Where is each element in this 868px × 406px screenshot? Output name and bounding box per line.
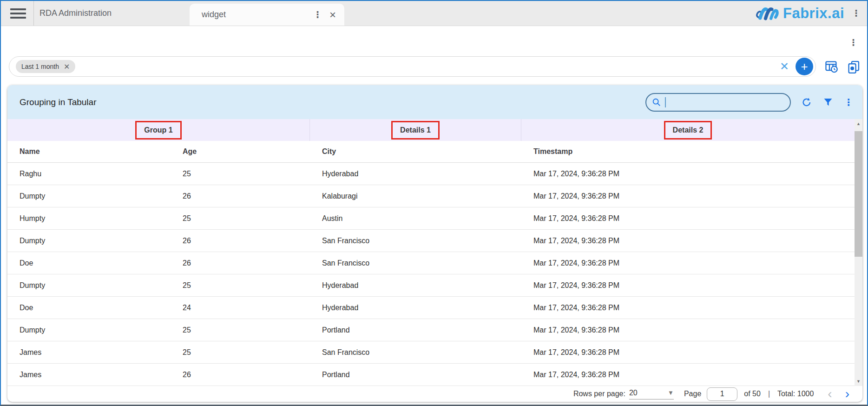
pagination-separator: | [768,390,770,398]
cell-age: 25 [171,348,310,357]
cell-timestamp: Mar 17, 2024, 9:36:28 PM [521,371,855,379]
previous-page-icon[interactable]: ‹ [826,387,834,400]
table-area: Group 1Details 1Details 2 NameAgeCityTim… [7,119,855,386]
text-cursor [665,97,666,107]
cell-age: 26 [171,371,310,379]
scroll-down-icon[interactable]: ▼ [855,379,862,384]
filter-chip-last-1-month[interactable]: Last 1 month ✕ [16,60,75,73]
cell-city: Hyderabad [310,304,521,312]
cell-age: 26 [171,192,310,200]
tab-label: widget [202,10,313,20]
cell-name: Humpty [7,214,171,223]
cell-city: San Francisco [310,237,521,245]
dropdown-arrow-icon: ▼ [668,389,674,396]
cell-city: San Francisco [310,348,521,357]
cell-city: Hyderabad [310,281,521,290]
chip-remove-icon[interactable]: ✕ [64,62,70,71]
tab-widget[interactable]: widget ⋮ × [190,4,344,26]
total-count-label: Total: 1000 [777,390,814,398]
save-view-icon[interactable] [847,60,861,73]
tab-rda-administration[interactable]: RDA Administration [33,1,190,26]
table-row: Doe24HyderabadMar 17, 2024, 9:36:28 PM [7,297,855,319]
table-body: Raghu25HyderabadMar 17, 2024, 9:36:28 PM… [7,163,855,386]
column-header-age[interactable]: Age [171,147,310,156]
tab-kebab-icon[interactable]: ⋮ [313,10,322,19]
app-window: RDA Administration widget ⋮ × Fabrix.ai … [0,0,868,406]
filter-row: Last 1 month ✕ ✕ + [9,56,861,77]
annotation-red-box: Details 2 [664,121,712,140]
cell-city: Portland [310,371,521,379]
cell-name: James [7,348,171,357]
column-header-city[interactable]: City [310,147,521,156]
filter-bar-side-icons [824,60,861,73]
column-header-name[interactable]: Name [7,147,171,156]
cell-city: Kalaburagi [310,192,521,200]
widget-search[interactable] [645,93,791,112]
cell-name: Dumpty [7,237,171,245]
cell-timestamp: Mar 17, 2024, 9:36:28 PM [521,237,855,245]
table-row: Dumpty25PortlandMar 17, 2024, 9:36:28 PM [7,319,855,341]
clear-filters-icon[interactable]: ✕ [780,61,789,72]
page-kebab-icon[interactable]: ⋮ [849,38,858,47]
group-header-row: Group 1Details 1Details 2 [7,119,855,141]
table-history-icon[interactable] [824,60,838,73]
tab-close-icon[interactable]: × [329,9,336,20]
page-number-input[interactable] [707,387,737,401]
filter-bar[interactable]: Last 1 month ✕ ✕ + [9,56,816,77]
scrollbar-thumb[interactable] [855,131,862,257]
cell-timestamp: Mar 17, 2024, 9:36:28 PM [521,170,855,178]
rows-per-page-select[interactable]: 20 ▼ [629,389,674,399]
group-header-cell: Group 1 [7,119,310,141]
hamburger-menu-icon[interactable] [1,1,33,26]
group-header-cell: Details 2 [521,119,855,141]
widget-header: Grouping in Tabular [7,85,862,119]
page-count-label: of 50 [744,390,761,398]
window-kebab-icon[interactable]: ⋮ [852,9,861,18]
add-filter-button[interactable]: + [796,58,813,75]
cell-timestamp: Mar 17, 2024, 9:36:28 PM [521,304,855,312]
table-row: Humpty25AustinMar 17, 2024, 9:36:28 PM [7,207,855,230]
cell-timestamp: Mar 17, 2024, 9:36:28 PM [521,281,855,290]
filter-chip-label: Last 1 month [21,63,59,70]
column-header-row: NameAgeCityTimestamp [7,141,855,163]
fabrix-logo-icon [755,5,780,22]
widget-header-actions: ⋮ [645,93,853,112]
cell-timestamp: Mar 17, 2024, 9:36:28 PM [521,259,855,267]
next-page-icon[interactable]: › [843,387,851,400]
tab-label: RDA Administration [39,8,112,18]
fabrix-logo: Fabrix.ai [755,5,844,22]
table-row: James26PortlandMar 17, 2024, 9:36:28 PM [7,364,855,386]
widget-kebab-icon[interactable]: ⋮ [844,98,853,107]
page-label: Page [684,390,701,398]
rows-per-page-label: Rows per page: [573,390,625,398]
filter-funnel-icon[interactable] [822,97,834,108]
cell-age: 25 [171,170,310,178]
cell-timestamp: Mar 17, 2024, 9:36:28 PM [521,348,855,357]
vertical-scrollbar[interactable]: ▲ ▼ [855,119,862,386]
cell-name: Doe [7,259,171,267]
cell-timestamp: Mar 17, 2024, 9:36:28 PM [521,326,855,334]
search-icon [652,98,661,107]
widget-title: Grouping in Tabular [20,97,96,107]
cell-age: 25 [171,214,310,223]
cell-city: San Francisco [310,259,521,267]
table-row: Dumpty25HyderabadMar 17, 2024, 9:36:28 P… [7,274,855,297]
cell-name: James [7,371,171,379]
cell-timestamp: Mar 17, 2024, 9:36:28 PM [521,214,855,223]
scroll-up-icon[interactable]: ▲ [855,121,862,126]
strip-right: Fabrix.ai ⋮ [755,1,867,26]
tab-strip: RDA Administration widget ⋮ × Fabrix.ai … [1,1,867,26]
fabrix-logo-text: Fabrix.ai [783,5,844,22]
tab-actions: ⋮ × [313,9,336,20]
column-header-timestamp[interactable]: Timestamp [521,147,855,156]
cell-age: 24 [171,304,310,312]
table-row: James25San FranciscoMar 17, 2024, 9:36:2… [7,341,855,364]
cell-name: Doe [7,304,171,312]
widget-search-input[interactable] [670,98,785,106]
cell-city: Portland [310,326,521,334]
cell-timestamp: Mar 17, 2024, 9:36:28 PM [521,192,855,200]
cell-city: Hyderabad [310,170,521,178]
widget-card: Grouping in Tabular [7,85,862,402]
cell-name: Dumpty [7,326,171,334]
refresh-icon[interactable] [801,97,812,108]
